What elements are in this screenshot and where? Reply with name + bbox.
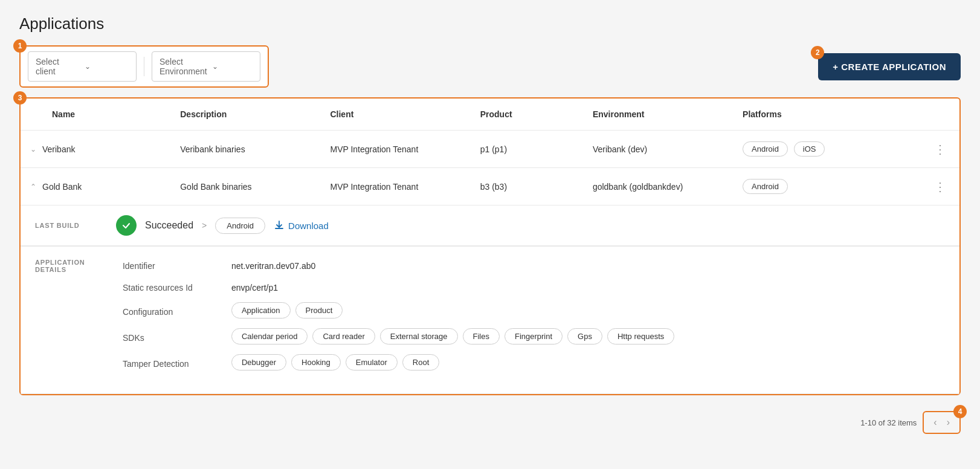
col-header-actions xyxy=(920,99,959,131)
app-details-row: APPLICATION DETAILS Identifier net.verit… xyxy=(21,247,959,394)
goldbank-name-cell: ⌃ Gold Bank xyxy=(21,168,170,205)
config-tag-application: Application xyxy=(231,302,291,319)
table-row: ⌃ Gold Bank Gold Bank binaries MVP Integ… xyxy=(21,168,959,205)
pagination-row: 1-10 of 32 items 4 ‹ › xyxy=(19,405,961,440)
sdk-tag-gps: Gps xyxy=(567,328,602,344)
goldbank-name: Gold Bank xyxy=(42,182,82,192)
build-platform-badge: Android xyxy=(215,218,265,234)
select-client-placeholder: Select client xyxy=(36,57,80,76)
pagination-next-button[interactable]: › xyxy=(943,416,953,429)
platform-badge-android: Android xyxy=(743,141,788,157)
chevron-down-icon-2: ⌄ xyxy=(212,62,253,71)
app-details-cell: APPLICATION DETAILS Identifier net.verit… xyxy=(21,247,959,394)
chevron-right-icon[interactable]: > xyxy=(202,221,207,230)
goldbank-actions: ⋮ xyxy=(920,168,959,205)
veribank-name: Veribank xyxy=(42,144,75,154)
expand-icon-goldbank[interactable]: ⌃ xyxy=(30,183,36,191)
detail-row-identifier: APPLICATION DETAILS Identifier net.verit… xyxy=(35,259,945,370)
goldbank-client: MVP Integration Tenant xyxy=(320,168,470,205)
veribank-environment: Veribank (dev) xyxy=(583,131,733,168)
app-details-content: APPLICATION DETAILS Identifier net.verit… xyxy=(21,247,959,393)
table-body: ⌄ Veribank Veribank binaries MVP Integra… xyxy=(21,131,959,394)
detail-identifier: Identifier net.veritran.dev07.ab0 xyxy=(123,259,945,271)
tamper-tag-emulator: Emulator xyxy=(346,354,398,370)
applications-table-container: 3 Name Description Client Product Enviro… xyxy=(19,97,961,395)
tamper-tag-hooking: Hooking xyxy=(291,354,341,370)
detail-configuration: Configuration Application Product xyxy=(123,302,945,319)
goldbank-product: b3 (b3) xyxy=(471,168,583,205)
identifier-value: net.veritran.dev07.ab0 xyxy=(231,259,315,271)
step2-badge: 2 xyxy=(811,46,824,59)
detail-static-resources: Static resources Id envp/cert/p1 xyxy=(123,280,945,293)
applications-page: Applications 1 Select client ⌄ Select En… xyxy=(0,0,980,469)
step1-badge: 1 xyxy=(13,39,27,53)
sdk-tag-files: Files xyxy=(463,328,500,344)
select-environment-dropdown[interactable]: Select Environment ⌄ xyxy=(152,51,260,82)
platform-badge-android-2: Android xyxy=(743,179,788,194)
config-tag-product: Product xyxy=(295,302,343,319)
sdk-tag-external-storage: External storage xyxy=(380,328,458,344)
pagination-prev-button[interactable]: ‹ xyxy=(930,416,940,429)
last-build-content: LAST BUILD Succeeded > Android xyxy=(21,205,959,246)
veribank-platforms: Android iOS xyxy=(733,131,920,168)
create-button-container: 2 + CREATE APPLICATION xyxy=(818,53,961,80)
static-resources-key: Static resources Id xyxy=(123,280,219,293)
configuration-tags: Application Product xyxy=(231,302,343,319)
more-options-icon[interactable]: ⋮ xyxy=(930,142,950,157)
app-details-label: APPLICATION DETAILS xyxy=(35,259,111,273)
more-options-icon-2[interactable]: ⋮ xyxy=(930,180,950,194)
goldbank-environment: goldbank (goldbankdev) xyxy=(583,168,733,205)
select-env-placeholder: Select Environment xyxy=(160,57,207,76)
veribank-product: p1 (p1) xyxy=(471,131,583,168)
col-header-client: Client xyxy=(320,99,470,131)
sdk-tag-http: Http requests xyxy=(607,328,674,344)
applications-table: Name Description Client Product Environm… xyxy=(21,99,959,394)
detail-sdks: SDKs Calendar period Card reader Externa… xyxy=(123,328,945,344)
filters-section: 1 Select client ⌄ Select Environment ⌄ xyxy=(19,45,269,88)
page-title: Applications xyxy=(19,15,961,33)
select-client-dropdown[interactable]: Select client ⌄ xyxy=(28,51,137,82)
tamper-tag-root: Root xyxy=(402,354,439,370)
create-application-button[interactable]: + CREATE APPLICATION xyxy=(818,53,961,80)
veribank-description: Veribank binaries xyxy=(170,131,320,168)
veribank-name-cell: ⌄ Veribank xyxy=(21,131,170,168)
build-status: Succeeded xyxy=(145,220,193,231)
goldbank-platforms: Android xyxy=(733,168,920,205)
sdks-tags: Calendar period Card reader External sto… xyxy=(231,328,674,344)
collapse-icon-veribank[interactable]: ⌄ xyxy=(30,145,36,154)
toolbar-divider xyxy=(144,57,144,76)
pagination-info: 1-10 of 32 items xyxy=(860,418,917,427)
sdks-key: SDKs xyxy=(123,331,219,343)
tamper-tag-debugger: Debugger xyxy=(231,354,286,370)
last-build-cell: LAST BUILD Succeeded > Android xyxy=(21,205,959,247)
last-build-label: LAST BUILD xyxy=(35,222,108,229)
identifier-key: Identifier xyxy=(123,259,219,271)
expand-toggle-veribank: ⌄ Veribank xyxy=(30,144,161,154)
veribank-actions: ⋮ xyxy=(920,131,959,168)
col-header-product: Product xyxy=(471,99,583,131)
chevron-down-icon: ⌄ xyxy=(85,62,129,71)
col-header-platforms: Platforms xyxy=(733,99,920,131)
download-label: Download xyxy=(288,221,329,231)
identifier-section: Identifier net.veritran.dev07.ab0 Static… xyxy=(123,259,945,370)
sdk-tag-calendar: Calendar period xyxy=(231,328,308,344)
col-header-description: Description xyxy=(170,99,320,131)
tamper-key: Tamper Detection xyxy=(123,357,219,369)
last-build-row: LAST BUILD Succeeded > Android xyxy=(21,205,959,247)
col-header-name: Name xyxy=(21,99,170,131)
sdk-tag-card-reader: Card reader xyxy=(312,328,375,344)
tamper-tags: Debugger Hooking Emulator Root xyxy=(231,354,439,370)
sdk-tag-fingerprint: Fingerprint xyxy=(505,328,563,344)
download-button[interactable]: Download xyxy=(274,220,329,231)
table-row: ⌄ Veribank Veribank binaries MVP Integra… xyxy=(21,131,959,168)
step3-badge: 3 xyxy=(13,91,27,105)
configuration-key: Configuration xyxy=(123,305,219,317)
detail-tamper: Tamper Detection Debugger Hooking Emulat… xyxy=(123,354,945,370)
static-resources-value: envp/cert/p1 xyxy=(231,280,278,293)
success-icon xyxy=(116,215,137,236)
table-header: Name Description Client Product Environm… xyxy=(21,99,959,131)
veribank-client: MVP Integration Tenant xyxy=(320,131,470,168)
expand-toggle-goldbank: ⌃ Gold Bank xyxy=(30,182,161,192)
step4-badge: 4 xyxy=(953,405,967,418)
platform-badge-ios: iOS xyxy=(794,141,825,157)
